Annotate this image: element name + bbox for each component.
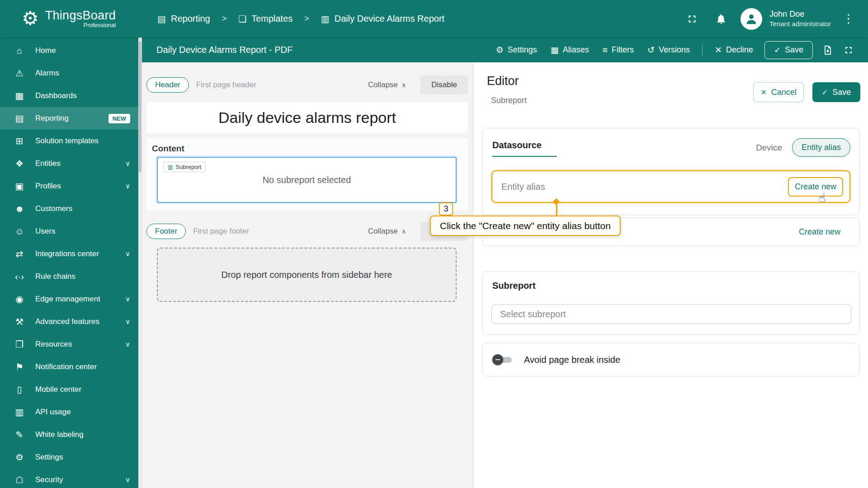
brand[interactable]: ⚙ ThingsBoard Professional — [22, 9, 116, 29]
report-page-title: Daily Device Alarms Report - PDF — [156, 45, 292, 55]
sidebar-item-reporting[interactable]: ▤ReportingNEW — [0, 107, 138, 130]
create-new-secondary-button[interactable]: Create new — [799, 227, 840, 237]
component-tag-label: Subreport — [175, 164, 201, 170]
save-label: Save — [832, 88, 851, 97]
sidebar-item-white-labeling[interactable]: ✎White labeling — [0, 423, 138, 446]
breadcrumb-item-reporting[interactable]: ▤ Reporting — [157, 14, 210, 24]
chevron-down-icon: ∨ — [125, 476, 130, 484]
sidebar-item-advanced-features[interactable]: ⚒Advanced features∨ — [0, 310, 138, 333]
footer-collapse-button[interactable]: Collapse ∧ — [368, 227, 406, 236]
chevron-up-icon: ∧ — [401, 228, 406, 235]
bell-icon — [715, 13, 727, 25]
subreport-component[interactable]: ▥ Subreport No subreport selected — [157, 157, 457, 203]
sidebar-item-security[interactable]: ☖Security∨ — [0, 469, 138, 488]
sidebar-item-notification-center[interactable]: ⚑Notification center — [0, 356, 138, 378]
sidebar-item-label: Solution templates — [35, 136, 99, 145]
report-toolbar: Daily Device Alarms Report - PDF ⚙ Setti… — [142, 38, 868, 62]
header-badge[interactable]: Header — [146, 77, 189, 93]
sidebar-item-label: Edge management — [35, 295, 100, 304]
toolbar-save-button[interactable]: ✓ Save — [764, 41, 813, 59]
sidebar-item-label: Home — [35, 46, 56, 55]
collapse-label: Collapse — [368, 80, 398, 89]
filters-label: Filters — [612, 45, 634, 55]
dropzone-text: Drop report components from sidebar here — [222, 270, 392, 280]
settings-button[interactable]: ⚙ Settings — [490, 41, 543, 59]
gear-icon: ⚙ — [496, 45, 504, 55]
report-icon: ▥ — [321, 14, 330, 24]
entity-alias-option-button[interactable]: Entity alias — [792, 138, 850, 157]
breadcrumb-label: Daily Device Alarms Report — [335, 14, 444, 24]
sidebar-item-mobile-center[interactable]: ▯Mobile center — [0, 378, 138, 401]
save-button[interactable]: ✓ Save — [812, 82, 860, 102]
versions-button[interactable]: ↺ Versions — [642, 41, 696, 59]
sidebar-item-api-usage[interactable]: ▥API usage — [0, 401, 138, 423]
aliases-button[interactable]: ▦ Aliases — [545, 41, 595, 59]
sidebar-item-alarms[interactable]: ⚠Alarms — [0, 62, 138, 84]
toolbar-divider — [702, 44, 703, 56]
sidebar-item-label: Profiles — [35, 182, 61, 191]
sidebar-item-profiles[interactable]: ▣Profiles∨ — [0, 175, 138, 197]
rule-chains-icon: ‹·› — [14, 272, 25, 282]
sidebar-item-integrations-center[interactable]: ⇄Integrations center∨ — [0, 243, 138, 265]
sidebar-item-home[interactable]: ⌂Home — [0, 39, 138, 62]
chevron-up-icon: ∧ — [401, 81, 406, 89]
annotation-tooltip: Click the "Create new" entity alias butt… — [430, 216, 621, 236]
annotation-connector-line — [556, 202, 557, 216]
subreport-select-input[interactable] — [491, 304, 851, 324]
notifications-button[interactable] — [712, 9, 731, 28]
datasource-type-toggle: Device Entity alias — [749, 138, 850, 157]
filters-button[interactable]: ≡ Filters — [597, 41, 640, 59]
generate-pdf-button[interactable] — [818, 41, 837, 60]
sidebar-item-solution-templates[interactable]: ⊞Solution templates — [0, 130, 138, 152]
sidebar-item-resources[interactable]: ❐Resources∨ — [0, 333, 138, 356]
security-icon: ☖ — [14, 474, 25, 485]
user-info: John Doe Tenant administrator — [769, 9, 831, 28]
templates-icon: ❏ — [238, 14, 246, 24]
header-collapse-button[interactable]: Collapse ∧ — [368, 80, 406, 89]
sidebar-item-label: Users — [35, 227, 55, 236]
sidebar-item-rule-chains[interactable]: ‹·›Rule chains — [0, 265, 138, 288]
datasource-card: Datasource Device Entity alias Create ne… — [482, 128, 860, 215]
dropzone[interactable]: Drop report components from sidebar here — [157, 248, 457, 302]
new-badge: NEW — [108, 114, 130, 123]
editor-fullscreen-button[interactable] — [839, 41, 858, 60]
sidebar-item-edge-management[interactable]: ◉Edge management∨ — [0, 288, 138, 310]
sidebar-item-settings[interactable]: ⚙Settings — [0, 446, 138, 469]
avatar[interactable] — [741, 8, 762, 30]
sidebar-item-customers[interactable]: ☻Customers — [0, 197, 138, 220]
sidebar-item-dashboards[interactable]: ▦Dashboards — [0, 84, 138, 107]
footer-section-bar: Footer First page footer Collapse ∧ Disa… — [146, 221, 468, 241]
breadcrumb-label: Reporting — [171, 14, 210, 24]
breadcrumb-item-templates[interactable]: ❏ Templates — [238, 14, 292, 24]
breadcrumb-separator-icon: > — [222, 14, 227, 23]
sidebar-scrollbar[interactable] — [138, 38, 142, 488]
breadcrumb-item-current[interactable]: ▥ Daily Device Alarms Report — [321, 14, 444, 24]
sidebar-item-label: Integrations center — [35, 249, 99, 258]
breadcrumb-label: Templates — [251, 14, 292, 24]
sidebar-item-users[interactable]: ☺Users — [0, 220, 138, 243]
toggle-thumb — [492, 354, 503, 365]
device-option-button[interactable]: Device — [749, 139, 789, 157]
sidebar-scrollbar-thumb[interactable] — [139, 41, 142, 172]
footer-badge[interactable]: Footer — [146, 224, 186, 239]
header-disable-button[interactable]: Disable — [420, 75, 468, 94]
brand-subtitle: Professional — [84, 22, 116, 28]
sidebar-item-label: Settings — [35, 453, 63, 462]
more-menu-button[interactable]: ⋮ — [841, 9, 856, 28]
mobile-center-icon: ▯ — [14, 384, 25, 395]
reporting-icon: ▤ — [14, 113, 25, 124]
cancel-button[interactable]: ✕ Cancel — [753, 82, 804, 102]
entity-alias-input[interactable] — [501, 182, 788, 192]
home-icon: ⌂ — [14, 46, 25, 56]
header-section-bar: Header First page header Collapse ∧ Disa… — [146, 75, 468, 95]
toolbar-save-label: Save — [785, 45, 803, 55]
editor-title: Editor — [487, 74, 519, 88]
sidebar-item-entities[interactable]: ❖Entities∨ — [0, 152, 138, 175]
decline-button[interactable]: ✕ Decline — [709, 41, 759, 59]
create-new-button[interactable]: Create new — [788, 177, 843, 197]
fullscreen-button[interactable] — [683, 9, 702, 28]
fullscreen-icon — [843, 45, 854, 56]
sidebar-item-label: Customers — [35, 204, 72, 213]
solution-templates-icon: ⊞ — [14, 136, 25, 146]
avoid-page-break-toggle[interactable] — [492, 354, 513, 365]
